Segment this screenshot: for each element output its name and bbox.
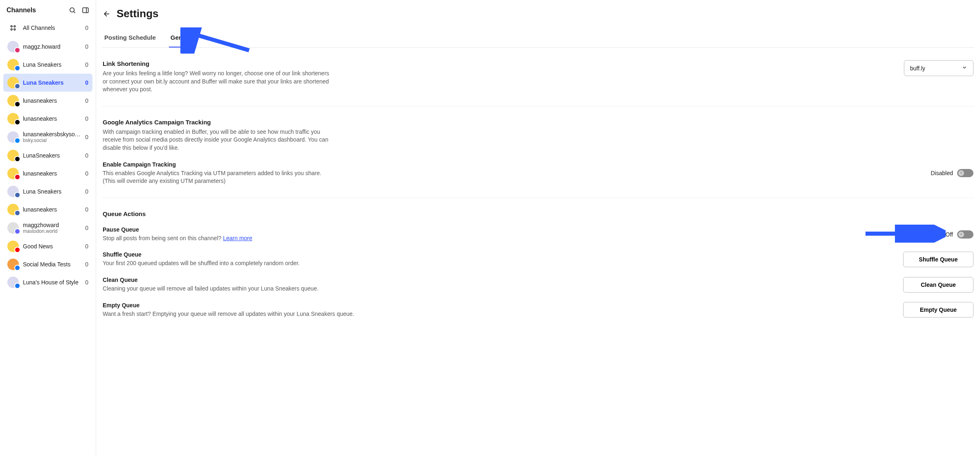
network-badge-icon — [14, 119, 20, 125]
channel-name: lunasneakersbskyso.bsky.social — [23, 131, 81, 137]
avatar — [7, 204, 19, 215]
sidebar: Channels All Channels 0 — [0, 0, 96, 455]
avatar — [7, 259, 19, 270]
sidebar-item-channel[interactable]: Luna Sneakers0 — [3, 182, 92, 200]
sidebar-item-channel[interactable]: lunasneakers0 — [3, 110, 92, 128]
avatar — [7, 186, 19, 197]
dropdown-value: buff.ly — [910, 65, 925, 72]
network-badge-icon — [14, 47, 20, 53]
channel-count: 0 — [85, 206, 88, 213]
main-header: Settings — [102, 6, 974, 23]
avatar — [7, 168, 19, 179]
svg-point-5 — [14, 25, 16, 27]
sidebar-item-channel[interactable]: Social Media Tests0 — [3, 255, 92, 273]
channel-name: Luna Sneakers — [23, 61, 81, 68]
sidebar-item-channel[interactable]: LunaSneakers0 — [3, 146, 92, 164]
sidebar-item-channel[interactable]: lunasneakers0 — [3, 164, 92, 182]
channel-name: Luna Sneakers — [23, 79, 81, 86]
sidebar-item-all-channels[interactable]: All Channels 0 — [3, 19, 92, 37]
network-badge-icon — [14, 210, 20, 216]
shuffle-desc: Your first 200 queued updates will be sh… — [103, 259, 300, 268]
channel-count: 0 — [85, 152, 88, 159]
channel-count: 0 — [85, 225, 88, 231]
channel-count: 0 — [85, 243, 88, 250]
sidebar-header: Channels — [3, 5, 92, 19]
channel-count: 0 — [85, 61, 88, 68]
sidebar-item-channel[interactable]: maggzhowardmastodon.world0 — [3, 218, 92, 237]
empty-queue-button[interactable]: Empty Queue — [903, 302, 973, 318]
sidebar-item-channel[interactable]: maggz.howard0 — [3, 38, 92, 56]
svg-point-7 — [14, 29, 16, 30]
back-icon[interactable] — [103, 10, 111, 18]
svg-line-1 — [74, 11, 75, 13]
enable-tracking-desc1: This enables Google Analytics Tracking v… — [103, 169, 321, 178]
learn-more-link[interactable]: Learn more — [223, 235, 252, 241]
channel-count: 0 — [85, 79, 88, 86]
avatar — [7, 59, 19, 70]
svg-point-4 — [11, 25, 12, 27]
page-title: Settings — [117, 7, 159, 20]
sidebar-item-channel[interactable]: lunasneakers0 — [3, 92, 92, 110]
sidebar-item-channel[interactable]: Luna Sneakers0 — [3, 74, 92, 92]
section-queue-actions: Queue Actions Pause Queue Stop all posts… — [102, 198, 974, 330]
section-title: Google Analytics Campaign Tracking — [103, 119, 332, 126]
channel-count: 0 — [85, 170, 88, 177]
empty-title: Empty Queue — [103, 302, 354, 309]
shuffle-queue-button[interactable]: Shuffle Queue — [903, 252, 973, 267]
channel-name: maggzhoward — [23, 222, 81, 228]
sidebar-item-channel[interactable]: Luna's House of Style0 — [3, 273, 92, 291]
collapse-sidebar-icon[interactable] — [82, 7, 89, 14]
svg-point-6 — [11, 29, 12, 30]
annotation-arrow-pause-toggle — [864, 225, 946, 243]
svg-rect-2 — [83, 8, 88, 13]
enable-tracking-toggle[interactable] — [957, 169, 973, 177]
avatar — [7, 150, 19, 161]
tab-general[interactable]: General — [169, 30, 195, 47]
channel-name: lunasneakers — [23, 97, 81, 104]
svg-line-10 — [188, 32, 249, 50]
tabs: Posting Schedule General — [102, 30, 974, 48]
main: Settings Posting Schedule General Link S… — [96, 0, 980, 455]
chevron-down-icon — [962, 65, 967, 72]
avatar — [7, 113, 19, 124]
tab-posting-schedule[interactable]: Posting Schedule — [103, 30, 157, 47]
channel-list: All Channels 0 maggz.howard0Luna Sneaker… — [3, 19, 92, 291]
avatar — [7, 277, 19, 288]
network-badge-icon — [14, 247, 20, 253]
network-badge-icon — [14, 228, 20, 234]
channel-name: LunaSneakers — [23, 152, 81, 159]
channel-sub: bsky.social — [23, 137, 81, 143]
sidebar-item-channel[interactable]: Good News0 — [3, 237, 92, 255]
sidebar-item-channel[interactable]: lunasneakers0 — [3, 200, 92, 218]
channel-count: 0 — [85, 134, 88, 140]
network-badge-icon — [14, 192, 20, 198]
network-badge-icon — [14, 283, 20, 289]
channel-count: 0 — [85, 97, 88, 104]
network-badge-icon — [14, 265, 20, 271]
network-badge-icon — [14, 83, 20, 89]
sidebar-item-channel[interactable]: Luna Sneakers0 — [3, 56, 92, 74]
sidebar-item-channel[interactable]: lunasneakersbskyso.bsky.socialbsky.socia… — [3, 128, 92, 146]
empty-desc: Want a fresh start? Emptying your queue … — [103, 310, 354, 318]
shuffle-title: Shuffle Queue — [103, 251, 300, 258]
pause-queue-toggle[interactable] — [957, 230, 973, 239]
section-ga-tracking: Google Analytics Campaign Tracking With … — [102, 106, 974, 198]
section-title: Link Shortening — [103, 60, 332, 67]
section-title: Queue Actions — [103, 210, 973, 217]
link-shortener-dropdown[interactable]: buff.ly — [904, 60, 973, 76]
channel-count: 0 — [85, 43, 88, 50]
avatar — [7, 241, 19, 252]
channel-name: Luna Sneakers — [23, 188, 81, 195]
channel-name: Luna's House of Style — [23, 279, 81, 286]
search-icon[interactable] — [69, 7, 76, 14]
channel-name: lunasneakers — [23, 170, 81, 177]
clean-queue-button[interactable]: Clean Queue — [903, 277, 973, 293]
channel-name: lunasneakers — [23, 115, 81, 122]
sidebar-title: Channels — [7, 7, 36, 14]
channel-name: maggz.howard — [23, 43, 81, 50]
channel-name: Good News — [23, 243, 81, 250]
network-badge-icon — [14, 101, 20, 107]
enable-tracking-title: Enable Campaign Tracking — [103, 161, 321, 168]
network-badge-icon — [14, 137, 20, 144]
section-link-shortening: Link Shortening Are your links feeling a… — [102, 48, 974, 106]
